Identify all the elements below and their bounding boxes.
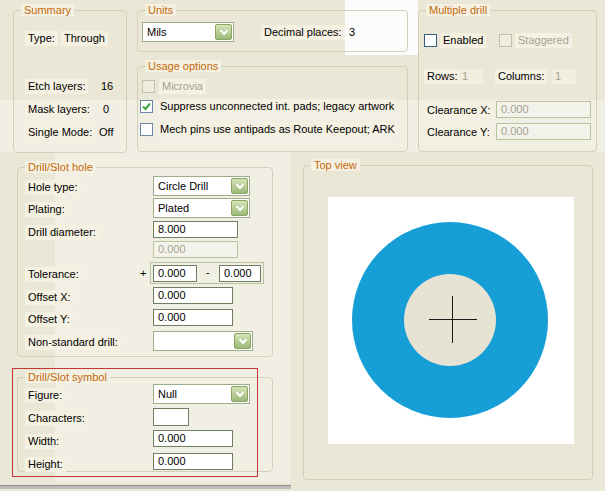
mask-layers-value: 0 — [103, 103, 109, 116]
multiple-drill-group-title: Multiple drill — [426, 4, 490, 16]
symbol-width-label: Width: — [25, 434, 62, 449]
mech-pins-label: Mech pins use antipads as Route Keepout;… — [157, 122, 398, 137]
microvia-checkbox[interactable] — [142, 80, 155, 93]
staggered-checkbox[interactable] — [499, 34, 512, 47]
summary-group-title: Summary — [21, 4, 74, 16]
clearance-y-label: Clearance Y: — [424, 125, 493, 140]
decimal-places-label: Decimal places: — [261, 25, 345, 40]
units-dropdown[interactable]: Mils — [142, 22, 234, 42]
hole-type-dropdown-button[interactable] — [231, 178, 248, 194]
single-mode-value: Off — [99, 126, 113, 139]
columns-label: Columns: — [495, 69, 547, 84]
etch-layers-value: 16 — [101, 80, 113, 93]
units-dropdown-value: Mils — [143, 24, 214, 40]
rows-value[interactable]: 1 — [459, 69, 483, 84]
checkmark-icon — [141, 101, 152, 112]
units-dropdown-button[interactable] — [215, 24, 232, 40]
mech-pins-checkbox[interactable] — [140, 123, 153, 136]
chevron-down-icon — [219, 26, 227, 34]
drill-diameter-label: Drill diameter: — [25, 225, 99, 240]
drill-hole-circle — [404, 274, 496, 366]
plating-value: Plated — [154, 200, 230, 216]
bottom-panel-edge — [0, 485, 291, 489]
chevron-down-icon — [235, 180, 243, 188]
symbol-width-field[interactable]: 0.000 — [153, 430, 233, 447]
usage-options-group-title: Usage options — [145, 60, 221, 72]
non-standard-drill-dropdown-button[interactable] — [234, 333, 251, 349]
etch-layers-label: Etch layers: — [25, 79, 88, 94]
offset-y-field[interactable]: 0.000 — [153, 309, 233, 326]
units-group-title: Units — [145, 4, 176, 16]
hole-type-dropdown[interactable]: Circle Drill — [153, 176, 250, 196]
clearance-x-field[interactable]: 0.000 — [496, 101, 591, 118]
chevron-down-icon — [235, 388, 243, 396]
tolerance-minus-field[interactable]: 0.000 — [219, 265, 261, 282]
non-standard-drill-dropdown[interactable] — [153, 331, 253, 351]
hole-type-label: Hole type: — [25, 180, 81, 195]
figure-label: Figure: — [25, 388, 65, 403]
chevron-down-icon — [238, 335, 246, 343]
plating-label: Plating: — [25, 202, 68, 217]
drill-slot-symbol-group-title: Drill/Slot symbol — [25, 371, 110, 383]
multiple-drill-enabled-label: Enabled — [440, 33, 486, 48]
tolerance-plus-field[interactable]: 0.000 — [153, 265, 197, 282]
slot-length-field[interactable]: 0.000 — [153, 241, 238, 258]
single-mode-label: Single Mode: — [25, 125, 95, 140]
mask-layers-label: Mask layers: — [25, 102, 93, 117]
characters-label: Characters: — [25, 411, 88, 426]
drill-diameter-field[interactable]: 8.000 — [153, 221, 238, 238]
non-standard-drill-label: Non-standard drill: — [25, 335, 121, 350]
type-label: Type: — [25, 31, 58, 46]
plating-dropdown[interactable]: Plated — [153, 198, 250, 218]
multiple-drill-enabled-checkbox[interactable] — [424, 34, 437, 47]
decimal-places-value: 3 — [349, 26, 355, 39]
characters-field[interactable] — [153, 408, 189, 426]
clearance-y-field[interactable]: 0.000 — [496, 123, 591, 140]
columns-value[interactable]: 1 — [552, 69, 576, 84]
figure-dropdown-button[interactable] — [231, 386, 248, 402]
staggered-label: Staggered — [515, 33, 572, 48]
top-view-group-title: Top view — [311, 159, 360, 171]
symbol-height-field[interactable]: 0.000 — [153, 453, 233, 470]
microvia-label: Microvia — [159, 79, 206, 94]
figure-dropdown[interactable]: Null — [153, 384, 250, 404]
clearance-x-label: Clearance X: — [424, 103, 494, 118]
drill-slot-hole-group-title: Drill/Slot hole — [25, 161, 96, 173]
symbol-height-label: Height: — [25, 457, 66, 472]
chevron-down-icon — [235, 202, 243, 210]
suppress-unconnected-checkbox[interactable] — [140, 100, 153, 113]
padstack-parameters-panel: Summary Type: Through Etch layers: 16 Ma… — [0, 0, 605, 491]
tolerance-label: Tolerance: — [25, 267, 82, 282]
type-value: Through — [61, 31, 108, 46]
tolerance-minus-sign: - — [206, 266, 210, 279]
offset-y-label: Offset Y: — [25, 312, 73, 327]
hole-type-value: Circle Drill — [154, 178, 230, 194]
tolerance-plus-sign: + — [140, 267, 146, 280]
suppress-unconnected-label: Suppress unconnected int. pads; legacy a… — [157, 99, 397, 114]
crosshair-horizontal-line — [429, 319, 477, 320]
figure-value: Null — [154, 386, 230, 402]
plating-dropdown-button[interactable] — [231, 200, 248, 216]
offset-x-label: Offset X: — [25, 290, 74, 305]
offset-x-field[interactable]: 0.000 — [153, 287, 233, 304]
rows-label: Rows: — [424, 69, 461, 84]
